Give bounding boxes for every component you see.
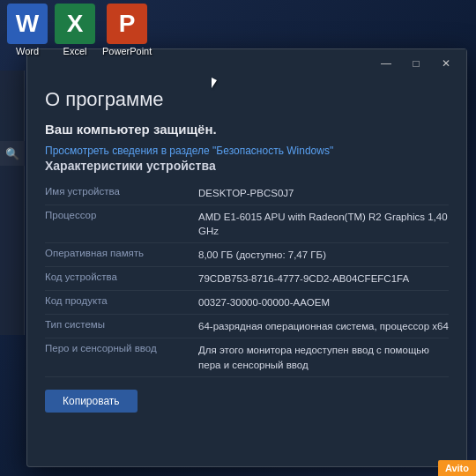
excel-label: Excel (63, 46, 87, 56)
spec-value: 64-разрядная операционная система, проце… (198, 315, 449, 338)
window-controls: — □ ✕ (373, 54, 459, 73)
powerpoint-icon: P (107, 4, 147, 44)
taskbar-icons: W Word X Excel P PowerPoint (0, 0, 159, 60)
spec-label: Процессор (45, 205, 198, 242)
table-row: Код продукта 00327-30000-00000-AAOEM (45, 291, 449, 315)
close-button[interactable]: ✕ (433, 54, 459, 73)
dialog-content: О программе Ваш компьютер защищён. Просм… (27, 78, 466, 466)
spec-label: Тип системы (45, 315, 198, 338)
spec-value: 79CDB753-8716-4777-9CD2-AB04CFEFC1FA (198, 267, 449, 291)
specs-table: Имя устройства DESKTOP-PBCS0J7 Процессор… (45, 182, 449, 377)
protected-status-text: Ваш компьютер защищён. (45, 122, 449, 137)
table-row: Перо и сенсорный ввод Для этого монитора… (45, 338, 449, 376)
spec-value: AMD E1-6015 APU with Radeon(TM) R2 Graph… (198, 205, 449, 242)
spec-value: Для этого монитора недоступен ввод с пом… (198, 338, 449, 376)
word-label: Word (16, 46, 39, 56)
spec-label: Перо и сенсорный ввод (45, 338, 198, 376)
word-icon: W (7, 4, 48, 44)
table-row: Тип системы 64-разрядная операционная си… (45, 315, 449, 338)
excel-icon: X (55, 4, 95, 44)
spec-value: 8,00 ГБ (доступно: 7,47 ГБ) (198, 243, 449, 267)
table-row: Оперативная память 8,00 ГБ (доступно: 7,… (45, 243, 449, 267)
spec-label: Имя устройства (45, 182, 198, 205)
spec-value: DESKTOP-PBCS0J7 (198, 182, 449, 205)
about-dialog: — □ ✕ О программе Ваш компьютер защищён.… (26, 48, 467, 467)
word-app-icon[interactable]: W Word (7, 4, 48, 56)
minimize-button[interactable]: — (373, 54, 399, 73)
avito-watermark: Avito (438, 460, 476, 476)
sidebar-search-icon[interactable]: 🔍 (0, 141, 25, 166)
copy-button[interactable]: Копировать (45, 390, 138, 413)
powerpoint-app-icon[interactable]: P PowerPoint (102, 4, 152, 56)
table-row: Имя устройства DESKTOP-PBCS0J7 (45, 182, 449, 205)
windows-security-link[interactable]: Просмотреть сведения в разделе "Безопасн… (45, 145, 333, 157)
dialog-title: О программе (45, 88, 449, 111)
spec-value: 00327-30000-00000-AAOEM (198, 291, 449, 315)
spec-label: Оперативная память (45, 243, 198, 267)
table-row: Код устройства 79CDB753-8716-4777-9CD2-A… (45, 267, 449, 291)
spec-label: Код продукта (45, 291, 198, 315)
table-row: Процессор AMD E1-6015 APU with Radeon(TM… (45, 205, 449, 242)
powerpoint-label: PowerPoint (102, 46, 152, 56)
device-specs-section-title: Характеристики устройства (45, 159, 449, 173)
spec-label: Код устройства (45, 267, 198, 291)
mouse-cursor (212, 78, 217, 88)
desktop: W Word X Excel P PowerPoint 🔍 — □ ✕ О пр… (0, 0, 476, 476)
maximize-button[interactable]: □ (403, 54, 429, 73)
excel-app-icon[interactable]: X Excel (55, 4, 95, 56)
left-sidebar: 🔍 (0, 71, 25, 335)
